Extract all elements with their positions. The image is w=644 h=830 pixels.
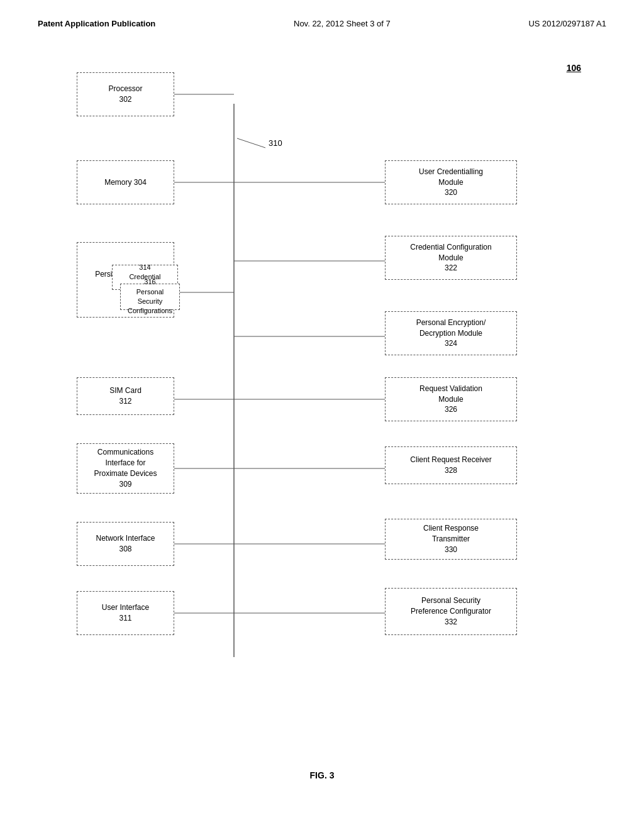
personal-security-inner-label: 316 Personal Security Configurations [126,277,174,316]
box-personal-encryption: Personal Encryption/ Decryption Module 3… [385,311,517,355]
comm-interface-label: Communications Interface for Proximate D… [94,447,157,489]
box-personal-security-pref: Personal Security Preference Configurato… [385,588,517,635]
box-persistent-storage: Persistent storage 306 314 Credential In… [77,242,174,318]
personal-security-pref-label: Personal Security Preference Configurato… [411,595,491,627]
bus-310-label: 310 [269,138,282,148]
header-center: Nov. 22, 2012 Sheet 3 of 7 [294,19,391,28]
box-network-interface: Network Interface 308 [77,522,174,566]
figure-caption: FIG. 3 [38,770,606,780]
client-request-label: Client Request Receiver 328 [410,455,491,476]
box-personal-security-inner: 316 Personal Security Configurations [120,284,180,310]
request-validation-label: Request Validation Module 326 [419,384,482,415]
user-credentialling-label: User Credentialling Module 320 [419,167,483,198]
box-client-response: Client Response Transmitter 330 [385,519,517,560]
header-right: US 2012/0297187 A1 [528,19,606,28]
personal-encryption-label: Personal Encryption/ Decryption Module 3… [416,318,486,349]
box-request-validation: Request Validation Module 326 [385,377,517,421]
page: Patent Application Publication Nov. 22, … [0,0,644,830]
sim-card-label: SIM Card 312 [109,385,142,407]
user-interface-label: User Interface 311 [102,602,149,624]
processor-label: Processor 302 [108,84,142,105]
box-sim-card: SIM Card 312 [77,377,174,415]
box-client-request: Client Request Receiver 328 [385,446,517,484]
memory-label: Memory 304 [104,177,147,188]
credential-config-label: Credential Configuration Module 322 [410,242,491,274]
page-header: Patent Application Publication Nov. 22, … [38,19,606,28]
box-memory: Memory 304 [77,160,174,204]
box-comm-interface: Communications Interface for Proximate D… [77,443,174,494]
diagram-area: Processor 302 Memory 304 Persistent stor… [52,66,592,758]
box-credential-config: Credential Configuration Module 322 [385,236,517,280]
svg-line-15 [237,138,265,148]
box-processor: Processor 302 [77,72,174,116]
client-response-label: Client Response Transmitter 330 [423,523,479,555]
box-user-credentialling: User Credentialling Module 320 [385,160,517,204]
network-interface-label: Network Interface 308 [96,533,155,555]
box-user-interface: User Interface 311 [77,591,174,635]
header-left: Patent Application Publication [38,19,155,28]
